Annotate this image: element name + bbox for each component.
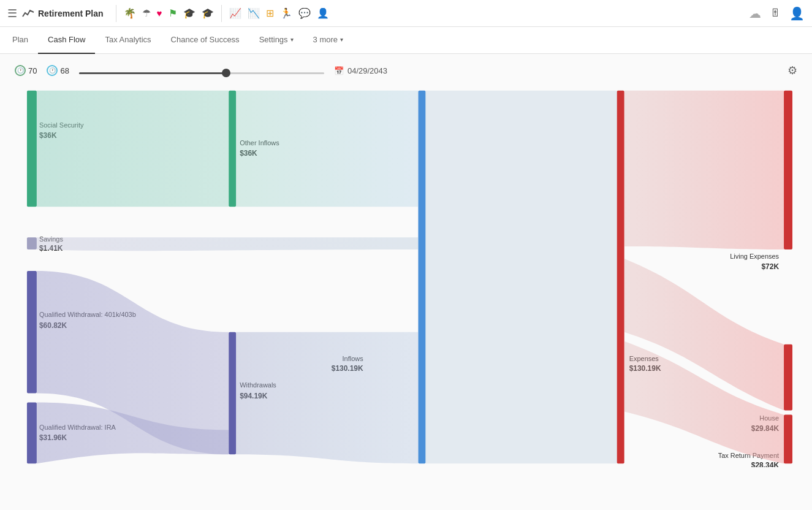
- node-savings: [27, 237, 37, 249]
- chart-down-icon[interactable]: 📉: [248, 7, 260, 19]
- toolbar-icons-right: 📈 📉 ⊞ 🏃 💬 👤: [229, 7, 329, 19]
- value-tax-return: $28.34K: [751, 461, 780, 467]
- calendar-icon: 📅: [334, 66, 344, 75]
- chat-icon[interactable]: 💬: [298, 7, 311, 19]
- person2-age-group: 🕐 68: [47, 65, 69, 76]
- node-ira: [27, 403, 37, 464]
- flow-other-inflows: [236, 91, 418, 207]
- grid-icon[interactable]: ⊞: [266, 7, 274, 19]
- logo-icon: [22, 7, 34, 20]
- node-other-inflows: [229, 91, 236, 207]
- person-run-icon[interactable]: 🏃: [280, 7, 292, 19]
- toolbar-icons-left: 🌴 ☂ ♥ ⚑ 🎓 🎓: [124, 7, 214, 19]
- timeline-slider-container: [79, 67, 324, 74]
- date-display: 📅 04/29/2043: [334, 66, 387, 75]
- beach-icon[interactable]: 🌴: [124, 7, 136, 19]
- node-401k: [27, 271, 37, 394]
- tab-plan[interactable]: Plan: [10, 27, 38, 54]
- sliders-icon[interactable]: 🎚: [770, 7, 781, 20]
- chart-up-icon[interactable]: 📈: [229, 7, 241, 19]
- hat-icon[interactable]: 🎓: [202, 7, 214, 19]
- toolbar: ☰ Retirement Plan 🌴 ☂ ♥ ⚑ 🎓 🎓 📈 📉 ⊞ 🏃 💬 …: [0, 0, 812, 27]
- main-content: 🕐 70 🕐 68 📅 04/29/2043 ⚙: [0, 54, 812, 510]
- flow-with-center: [236, 332, 418, 463]
- flag-icon[interactable]: ⚑: [169, 7, 177, 19]
- node-inflows: [418, 91, 425, 464]
- value-living-expenses: $72K: [761, 262, 779, 271]
- tab-settings[interactable]: Settings ▾: [249, 27, 303, 54]
- heart-icon[interactable]: ♥: [157, 8, 162, 18]
- flow-social-other: [37, 91, 229, 207]
- node-social-security: [27, 91, 37, 207]
- graduation-icon[interactable]: 🎓: [183, 7, 195, 19]
- node-withdrawals: [229, 332, 236, 455]
- more-chevron-icon: ▾: [340, 36, 343, 43]
- person1-icon: 🕐: [15, 65, 26, 76]
- flow-center: [425, 91, 617, 464]
- node-living-expenses: [784, 91, 792, 249]
- toolbar-right: ☁ 🎚 👤: [749, 6, 805, 21]
- tab-cashflow[interactable]: Cash Flow: [38, 27, 95, 54]
- flow-savings: [37, 237, 419, 251]
- flow-living: [624, 91, 784, 249]
- node-expenses: [617, 91, 624, 464]
- app-title: Retirement Plan: [38, 9, 104, 18]
- slider-track: [79, 72, 324, 74]
- nav-tabs: Plan Cash Flow Tax Analytics Chance of S…: [0, 27, 812, 54]
- tab-more[interactable]: 3 more ▾: [303, 27, 353, 54]
- umbrella-icon[interactable]: ☂: [142, 7, 151, 19]
- app-logo: Retirement Plan: [22, 7, 104, 20]
- menu-icon[interactable]: ☰: [7, 7, 17, 20]
- slider-fill: [79, 72, 226, 74]
- tab-chance-of-success[interactable]: Chance of Success: [161, 27, 249, 54]
- tab-tax-analytics[interactable]: Tax Analytics: [95, 27, 161, 54]
- person2-age: 68: [60, 66, 69, 75]
- filter-button[interactable]: ⚙: [787, 64, 797, 77]
- current-date: 04/29/2043: [347, 66, 387, 75]
- sankey-svg: Social Security $36K Savings $1.41K Qual…: [15, 87, 797, 467]
- person-add-icon[interactable]: 👤: [317, 7, 329, 19]
- node-tax-return: [784, 414, 792, 463]
- person2-icon: 🕐: [47, 65, 58, 76]
- person1-age: 70: [28, 66, 37, 75]
- sankey-diagram: Social Security $36K Savings $1.41K Qual…: [15, 87, 797, 467]
- cloud-icon[interactable]: ☁: [749, 6, 761, 21]
- settings-chevron-icon: ▾: [290, 36, 294, 43]
- divider1: [116, 5, 116, 22]
- label-living-expenses: Living Expenses: [730, 253, 779, 260]
- person1-age-group: 🕐 70: [15, 65, 37, 76]
- controls-bar: 🕐 70 🕐 68 📅 04/29/2043 ⚙: [15, 64, 797, 77]
- node-house: [784, 344, 792, 411]
- divider2: [221, 5, 222, 22]
- user-icon[interactable]: 👤: [789, 6, 805, 21]
- slider-thumb[interactable]: [222, 69, 230, 77]
